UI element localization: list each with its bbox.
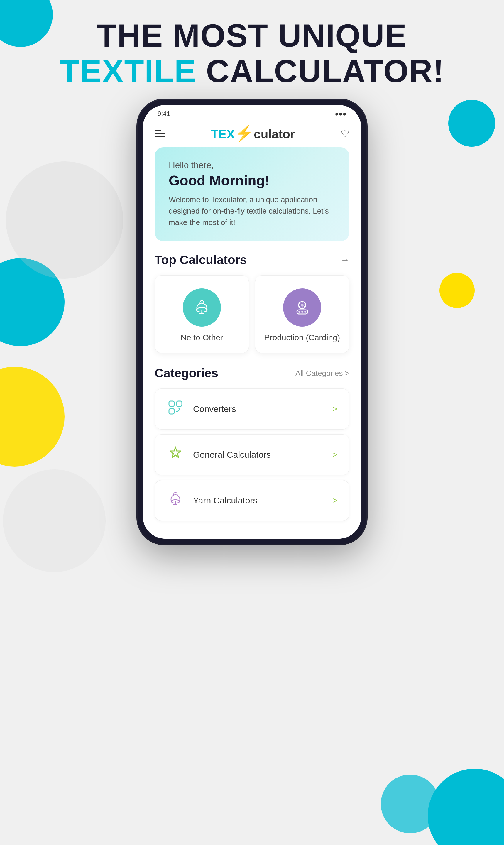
- favorites-button[interactable]: ♡: [341, 128, 349, 139]
- phone-mockup: 9:41 ●●● TEX⚡culator ♡: [138, 100, 366, 544]
- categories-title: Categories: [155, 366, 218, 380]
- logo-tex: TEX: [211, 127, 235, 141]
- category-converters-left: Converters: [167, 400, 236, 418]
- welcome-card: Hello there, Good Morning! Welcome to Te…: [155, 147, 349, 241]
- category-general-calculators[interactable]: General Calculators >: [155, 434, 349, 475]
- logo-culator: culator: [254, 127, 295, 141]
- deco-teal-bottom-mid: [381, 775, 439, 833]
- svg-point-7: [301, 311, 303, 313]
- production-carding-icon: [283, 288, 321, 327]
- phone-outer: 9:41 ●●● TEX⚡culator ♡: [138, 100, 366, 544]
- status-time: 9:41: [158, 110, 170, 118]
- welcome-title: Good Morning!: [169, 173, 335, 188]
- category-general-left: General Calculators: [167, 446, 271, 464]
- yarn-label: Yarn Calculators: [193, 496, 257, 505]
- svg-rect-11: [169, 409, 174, 414]
- categories-header: Categories All Categories >: [155, 366, 349, 380]
- deco-gray-mid: [6, 161, 123, 279]
- header-line1: THE MOST UNIQUE: [0, 18, 504, 53]
- category-yarn-left: Yarn Calculators: [167, 491, 257, 510]
- deco-yellow-left: [0, 367, 65, 467]
- status-icons: ●●●: [335, 110, 346, 118]
- deco-teal-bottom-right: [428, 769, 504, 845]
- menu-line-1: [155, 130, 161, 131]
- top-calculators-header: Top Calculators →: [155, 253, 349, 267]
- header-line2: TEXTILE CALCULATOR!: [0, 53, 504, 89]
- deco-yellow-right: [439, 273, 475, 308]
- general-label: General Calculators: [193, 450, 271, 460]
- logo-lightning: ⚡: [235, 125, 254, 142]
- svg-point-4: [301, 304, 304, 307]
- ne-to-other-icon: [183, 288, 221, 327]
- categories-section: Categories All Categories >: [155, 366, 349, 521]
- welcome-description: Welcome to Texculator, a unique applicat…: [169, 194, 335, 228]
- all-categories-link[interactable]: All Categories >: [295, 369, 349, 378]
- page-header: THE MOST UNIQUE TEXTILE CALCULATOR!: [0, 18, 504, 89]
- header-highlight: TEXTILE: [59, 53, 196, 89]
- phone-inner: 9:41 ●●● TEX⚡culator ♡: [143, 105, 361, 539]
- category-yarn-calculators[interactable]: Yarn Calculators >: [155, 480, 349, 521]
- converters-label: Converters: [193, 404, 236, 414]
- converters-chevron: >: [333, 404, 337, 414]
- production-carding-label: Production (Carding): [264, 333, 340, 342]
- calc-card-production-carding[interactable]: Production (Carding): [255, 275, 349, 353]
- ne-to-other-label: Ne to Other: [181, 333, 223, 342]
- menu-line-3: [155, 136, 165, 137]
- menu-line-2: [155, 133, 165, 134]
- svg-point-6: [298, 311, 300, 313]
- top-calculators-title: Top Calculators: [155, 253, 247, 267]
- calc-card-ne-to-other[interactable]: Ne to Other: [155, 275, 249, 353]
- header-rest: CALCULATOR!: [197, 53, 445, 89]
- yarn-chevron: >: [333, 496, 337, 505]
- general-icon: [167, 446, 184, 464]
- top-calculators-arrow[interactable]: →: [341, 255, 349, 265]
- phone-content: TEX⚡culator ♡ Hello there, Good Morning!…: [143, 123, 361, 539]
- phone-status-bar: 9:41 ●●●: [143, 105, 361, 123]
- phone-nav: TEX⚡culator ♡: [155, 123, 349, 147]
- menu-button[interactable]: [155, 130, 165, 137]
- app-logo: TEX⚡culator: [211, 126, 295, 141]
- top-calculators-grid: Ne to Other: [155, 275, 349, 353]
- converters-icon: [167, 400, 184, 418]
- deco-gray-lower: [3, 469, 106, 572]
- deco-teal-mid-left: [0, 258, 65, 346]
- category-converters[interactable]: Converters >: [155, 389, 349, 430]
- general-chevron: >: [333, 450, 337, 460]
- welcome-greeting: Hello there,: [169, 160, 335, 170]
- yarn-icon: [167, 491, 184, 510]
- deco-teal-top-right: [448, 100, 495, 147]
- svg-rect-9: [169, 401, 174, 406]
- svg-point-8: [304, 311, 306, 313]
- svg-rect-10: [177, 401, 182, 406]
